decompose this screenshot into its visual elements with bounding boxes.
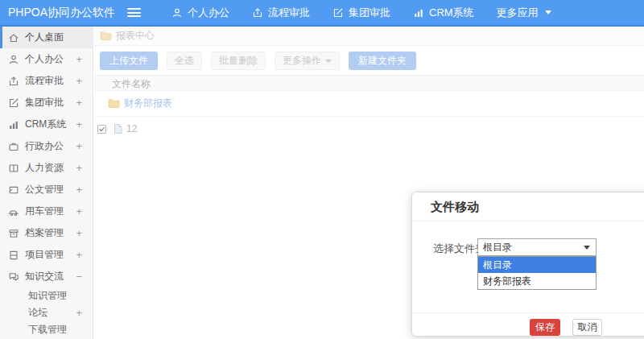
selected-option-value: 根目录 [483, 242, 512, 253]
expand-icon: + [76, 118, 82, 130]
file-table-header: 文件名称 [94, 75, 644, 91]
file-name[interactable]: 12 [126, 123, 137, 134]
cancel-button[interactable]: 取消 [572, 319, 602, 336]
sidebar-item-admin-office[interactable]: 行政办公 + [0, 135, 93, 157]
sidebar-subitem-label: 下载管理 [28, 323, 67, 337]
sidebar-item-label: 集团审批 [25, 96, 64, 110]
save-button[interactable]: 保存 [530, 319, 560, 336]
sidebar-item-knowledge-exchange[interactable]: 知识交流 − [0, 266, 93, 287]
breadcrumb-label[interactable]: 报表中心 [116, 29, 155, 43]
approval-icon [252, 7, 263, 19]
sidebar-item-vehicle-mgmt[interactable]: 用车管理 + [0, 201, 93, 222]
expand-icon: + [76, 227, 82, 239]
sidebar-item-personal-desktop[interactable]: 个人桌面 [0, 27, 93, 48]
sidebar-subitem-forum[interactable]: 论坛 + [0, 304, 93, 321]
sidebar-item-crm[interactable]: CRM系统 + [0, 114, 93, 135]
sidebar-item-label: 知识交流 [25, 270, 64, 283]
sidebar-item-label: 行政办公 [25, 139, 64, 153]
file-move-dialog: 文件移动 选择文件夹 根目录 根目录 财务部报表 保存 取消 [411, 192, 644, 337]
chat-icon [8, 271, 19, 283]
caret-down-icon [325, 60, 332, 63]
sidebar-subitem-label: 论坛 [28, 306, 47, 320]
dropdown-option-finance-reports[interactable]: 财务部报表 [478, 273, 596, 289]
book-icon [8, 163, 19, 174]
collapse-icon: − [76, 271, 82, 283]
top-bar: PHPOA协同办公软件 个人办公 流程审批 集团审批 CRM系统 [0, 0, 644, 27]
table-row-folder[interactable]: 财务部报表 [94, 91, 644, 117]
caret-down-icon [545, 10, 551, 14]
sidebar-item-project-mgmt[interactable]: 项目管理 + [0, 244, 93, 266]
topnav-label: 集团审批 [349, 6, 390, 20]
user-icon [8, 54, 19, 65]
topnav-group-approval[interactable]: 集团审批 [321, 0, 402, 25]
expand-icon: + [76, 307, 82, 319]
sidebar-item-hr[interactable]: 人力资源 + [0, 157, 93, 179]
sidebar-item-label: 用车管理 [25, 205, 64, 218]
folder-icon [100, 31, 112, 41]
new-folder-button[interactable]: 新建文件夹 [349, 52, 416, 70]
sidebar-subitem-knowledge-mgmt[interactable]: 知识管理 [0, 287, 93, 304]
menu-icon[interactable] [127, 8, 141, 17]
sidebar-item-label: 档案管理 [25, 226, 64, 240]
topnav-personal-office[interactable]: 个人办公 [160, 0, 241, 25]
expand-icon: + [76, 205, 82, 217]
sidebar-item-workflow-approval[interactable]: 流程审批 + [0, 70, 93, 92]
topnav-label: 流程审批 [268, 6, 310, 20]
expand-icon: + [76, 97, 82, 109]
sidebar: 个人桌面 个人办公 + 流程审批 + 集团审批 + CRM系统 + 行政办公 + [0, 27, 93, 339]
batch-delete-button[interactable]: 批量删除 [211, 52, 266, 70]
expand-icon: + [76, 249, 82, 261]
chart-icon [413, 7, 424, 19]
expand-icon: + [76, 75, 82, 87]
dialog-footer: 保存 取消 [412, 312, 644, 336]
folder-select-dropdown: 根目录 财务部报表 [477, 256, 597, 290]
expand-icon: + [76, 140, 82, 152]
more-operations-button[interactable]: 更多操作 [275, 52, 340, 70]
expand-icon: + [76, 184, 82, 196]
topnav-crm[interactable]: CRM系统 [402, 0, 485, 25]
folder-icon [108, 98, 120, 109]
sidebar-item-label: 个人办公 [25, 52, 64, 66]
edit-icon [8, 97, 19, 109]
folder-select[interactable]: 根目录 [477, 238, 597, 256]
upload-file-button[interactable]: 上传文件 [100, 52, 158, 70]
chart-icon [8, 119, 19, 130]
breadcrumb: 报表中心 [94, 27, 644, 46]
sidebar-item-document-mgmt[interactable]: 公文管理 + [0, 179, 93, 201]
dialog-title: 文件移动 [412, 192, 644, 221]
project-icon [8, 250, 19, 261]
sidebar-item-group-approval[interactable]: 集团审批 + [0, 92, 93, 114]
caret-down-icon [584, 246, 590, 250]
sidebar-item-archive-mgmt[interactable]: 档案管理 + [0, 222, 93, 244]
folder-name-link[interactable]: 财务部报表 [124, 97, 172, 110]
file-checkbox-checked[interactable] [97, 125, 106, 134]
archive-icon [8, 228, 19, 239]
topnav-label: 个人办公 [188, 6, 229, 20]
sidebar-item-label: 流程审批 [25, 74, 64, 88]
approval-icon [8, 76, 19, 87]
briefcase-icon [8, 141, 19, 152]
home-icon [8, 32, 19, 43]
topnav-more-apps[interactable]: 更多应用 [485, 0, 563, 25]
expand-icon: + [76, 162, 82, 174]
top-nav: 个人办公 流程审批 集团审批 CRM系统 更多应用 [160, 0, 563, 25]
topnav-workflow-approval[interactable]: 流程审批 [241, 0, 321, 25]
topnav-label: CRM系统 [429, 6, 474, 20]
file-icon [113, 123, 123, 134]
table-row-file[interactable]: 12 [94, 117, 644, 141]
edit-icon [332, 7, 344, 19]
sidebar-subitem-label: 知识管理 [28, 289, 67, 303]
select-all-button[interactable]: 全选 [167, 52, 202, 70]
car-icon [8, 206, 19, 217]
toolbar: 上传文件 全选 批量删除 更多操作 新建文件夹 [94, 46, 644, 75]
sidebar-item-label: 项目管理 [25, 248, 64, 262]
expand-icon: + [76, 53, 82, 65]
sidebar-item-label: 公文管理 [25, 183, 64, 196]
user-icon [171, 7, 183, 19]
document-icon [8, 184, 19, 196]
sidebar-item-label: 个人桌面 [25, 31, 64, 44]
dropdown-option-root[interactable]: 根目录 [478, 257, 596, 273]
sidebar-item-label: CRM系统 [25, 118, 66, 131]
sidebar-item-personal-office[interactable]: 个人办公 + [0, 48, 93, 70]
sidebar-subitem-download-mgmt[interactable]: 下载管理 [0, 321, 93, 338]
